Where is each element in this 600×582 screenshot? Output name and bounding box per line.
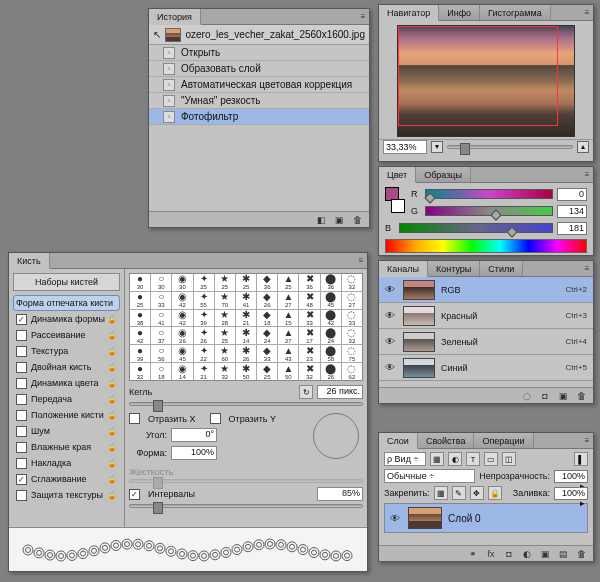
group-icon[interactable]: ▣ [539, 548, 551, 560]
lock-icon[interactable]: 🔒 [107, 475, 117, 484]
brush-tip[interactable]: ○41 [151, 310, 171, 327]
brush-tip[interactable]: ✱26 [236, 345, 256, 362]
option-checkbox[interactable] [16, 378, 27, 389]
zoom-slider[interactable] [447, 145, 573, 149]
brush-tip[interactable]: ✦22 [194, 345, 214, 362]
visibility-icon[interactable]: 👁 [390, 513, 402, 524]
lock-move-icon[interactable]: ✥ [470, 486, 484, 500]
brush-tip[interactable]: ●39 [130, 345, 150, 362]
roundness-input[interactable]: 100% [171, 446, 217, 460]
tab-operations[interactable]: Операции [474, 433, 533, 448]
brush-option[interactable]: Передача🔒 [13, 391, 120, 407]
tab-properties[interactable]: Свойства [418, 433, 475, 448]
brush-tip[interactable]: ●30 [130, 274, 150, 291]
filter-toggle-icon[interactable]: ▌ [574, 452, 588, 466]
brush-option[interactable]: Двойная кисть🔒 [13, 359, 120, 375]
trash-icon[interactable]: 🗑 [575, 390, 587, 402]
panel-menu-icon[interactable]: ≡ [357, 9, 369, 24]
tab-navigator[interactable]: Навигатор [379, 5, 439, 21]
background-color[interactable] [391, 199, 405, 213]
angle-control[interactable] [313, 413, 359, 459]
brush-option[interactable]: ✓Динамика формы🔒 [13, 311, 120, 327]
brush-tip[interactable]: ★60 [215, 345, 235, 362]
brush-tip[interactable]: ▲27 [278, 327, 298, 344]
brush-tip[interactable]: ✦55 [194, 292, 214, 309]
trash-icon[interactable]: 🗑 [351, 214, 363, 226]
brush-tip[interactable]: ⬤24 [321, 327, 341, 344]
history-step[interactable]: ▫Образовать слой [149, 61, 369, 77]
option-checkbox[interactable] [16, 330, 27, 341]
brush-tip[interactable]: ✖32 [299, 363, 319, 380]
option-checkbox[interactable]: ✓ [16, 474, 27, 485]
navigator-preview[interactable] [397, 25, 575, 137]
brush-tip[interactable]: ✖17 [299, 327, 319, 344]
lock-icon[interactable]: 🔒 [107, 427, 117, 436]
brush-tip[interactable]: ✱21 [236, 310, 256, 327]
panel-menu-icon[interactable]: ≡ [581, 167, 593, 182]
brush-tip[interactable]: ●38 [130, 310, 150, 327]
new-channel-icon[interactable]: ▣ [557, 390, 569, 402]
tab-paths[interactable]: Контуры [428, 261, 480, 276]
visibility-icon[interactable]: 👁 [385, 336, 397, 347]
visibility-icon[interactable]: 👁 [385, 362, 397, 373]
blend-mode-select[interactable]: Обычные ÷ [384, 469, 475, 483]
color-value-input[interactable]: 0 [557, 188, 587, 201]
color-value-input[interactable]: 134 [557, 205, 587, 218]
tab-brush[interactable]: Кисть [9, 253, 50, 269]
brush-tip[interactable]: ◆18 [257, 310, 277, 327]
size-slider[interactable] [129, 402, 363, 406]
brush-tip[interactable]: ⬤36 [321, 274, 341, 291]
history-document-row[interactable]: ↖ ozero_les_vecher_zakat_2560x1600.jpg [149, 25, 369, 45]
option-checkbox[interactable]: ✓ [16, 314, 27, 325]
brush-tip[interactable]: ○37 [151, 327, 171, 344]
brush-tip[interactable]: ★25 [215, 274, 235, 291]
option-checkbox[interactable] [16, 458, 27, 469]
option-checkbox[interactable] [16, 442, 27, 453]
tab-channels[interactable]: Каналы [379, 261, 428, 277]
spectrum-picker[interactable] [385, 239, 587, 253]
color-value-input[interactable]: 181 [557, 222, 587, 235]
channel-row[interactable]: 👁ЗеленыйCtrl+4 [379, 329, 593, 355]
layer-name[interactable]: Слой 0 [448, 513, 481, 524]
brush-tip[interactable]: ✖23 [299, 345, 319, 362]
filter-type-icon[interactable]: T [466, 452, 480, 466]
tab-histogram[interactable]: Гистограмма [480, 5, 551, 20]
navigator-viewport-frame[interactable] [398, 26, 558, 126]
brush-tip[interactable]: ◌33 [342, 310, 362, 327]
tab-history[interactable]: История [149, 9, 201, 25]
option-checkbox[interactable] [16, 490, 27, 501]
zoom-value[interactable]: 33,33% [383, 140, 427, 154]
brush-tip[interactable]: ●25 [130, 292, 150, 309]
brush-tip[interactable]: ✦39 [194, 310, 214, 327]
spacing-checkbox[interactable]: ✓ [129, 489, 140, 500]
brush-option[interactable]: Накладка🔒 [13, 455, 120, 471]
brush-tip[interactable]: ⬤58 [321, 345, 341, 362]
option-checkbox[interactable] [16, 426, 27, 437]
lock-icon[interactable]: 🔒 [107, 411, 117, 420]
panel-menu-icon[interactable]: ≡ [581, 5, 593, 20]
lock-image-icon[interactable]: ▦ [434, 486, 448, 500]
brush-tip[interactable]: ▲27 [278, 292, 298, 309]
history-step[interactable]: ▫Автоматическая цветовая коррекция [149, 77, 369, 93]
tab-color[interactable]: Цвет [379, 167, 416, 183]
color-slider[interactable] [399, 223, 553, 233]
save-selection-icon[interactable]: ◘ [539, 390, 551, 402]
brush-presets-button[interactable]: Наборы кистей [13, 273, 120, 291]
layer-kind-select[interactable]: ρ Вид ÷ [384, 452, 426, 466]
option-checkbox[interactable] [16, 410, 27, 421]
spacing-slider[interactable] [129, 504, 363, 508]
brush-tip[interactable]: ✱14 [236, 327, 256, 344]
brush-tip[interactable]: ✱50 [236, 363, 256, 380]
brush-option[interactable]: Динамика цвета🔒 [13, 375, 120, 391]
channel-row[interactable]: 👁RGBCtrl+2 [379, 277, 593, 303]
brush-tip[interactable]: ●42 [130, 327, 150, 344]
filter-shape-icon[interactable]: ▭ [484, 452, 498, 466]
brush-tip[interactable]: ◉42 [172, 310, 192, 327]
brush-option[interactable]: ✓Сглаживание🔒 [13, 471, 120, 487]
brush-tip[interactable]: ◆26 [257, 292, 277, 309]
panel-menu-icon[interactable]: ≡ [581, 433, 593, 448]
brush-tip[interactable]: ◉26 [172, 327, 192, 344]
brush-tip[interactable]: ✱41 [236, 292, 256, 309]
brush-tip[interactable]: ▲25 [278, 274, 298, 291]
new-layer-icon[interactable]: ▤ [557, 548, 569, 560]
